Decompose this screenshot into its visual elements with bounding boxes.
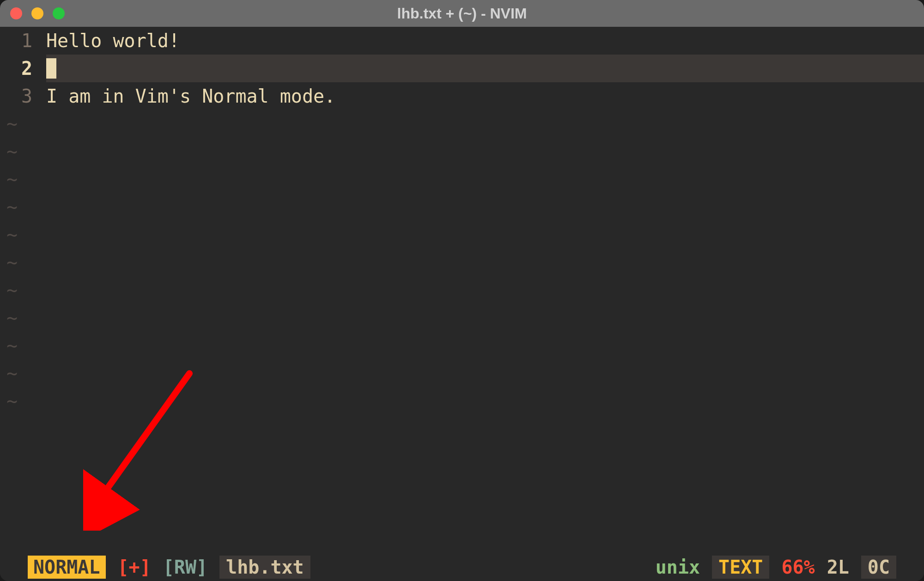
cursor-block [46, 58, 56, 79]
empty-line-tilde: ~ [0, 193, 46, 221]
empty-line-tilde: ~ [0, 165, 46, 193]
empty-line-tilde: ~ [0, 221, 46, 249]
status-filename: lhb.txt [219, 556, 310, 579]
status-modified-flag: [+] [118, 557, 151, 578]
empty-line-tilde: ~ [0, 387, 46, 415]
gutter: 1 2 3 ~ ~ ~ ~ ~ ~ ~ ~ ~ ~ ~ [0, 27, 46, 553]
status-mode: NORMAL [28, 556, 106, 579]
text-line[interactable]: Hello world! [46, 27, 924, 55]
line-number: 1 [0, 27, 46, 55]
empty-line-tilde: ~ [0, 360, 46, 387]
text-line[interactable]: I am in Vim's Normal mode. [46, 82, 924, 110]
status-line-number: 2L [827, 557, 849, 578]
status-readwrite-flag: [RW] [163, 557, 207, 578]
empty-line-tilde: ~ [0, 332, 46, 360]
status-filetype: TEXT [712, 556, 769, 579]
statusbar: NORMAL [+] [RW] lhb.txt unix TEXT 66% 2L… [0, 553, 924, 581]
text-area[interactable]: Hello world! I am in Vim's Normal mode. [46, 27, 924, 553]
status-percent: 66% [781, 557, 815, 578]
traffic-lights [10, 7, 65, 19]
empty-line-tilde: ~ [0, 110, 46, 138]
status-column-number: 0C [861, 556, 896, 579]
empty-line-tilde: ~ [0, 138, 46, 165]
line-number: 3 [0, 82, 46, 110]
window-title: lhb.txt + (~) - NVIM [397, 5, 527, 22]
empty-line-tilde: ~ [0, 276, 46, 304]
empty-line-tilde: ~ [0, 304, 46, 332]
editor[interactable]: 1 2 3 ~ ~ ~ ~ ~ ~ ~ ~ ~ ~ ~ Hello world!… [0, 27, 924, 581]
maximize-window-button[interactable] [53, 7, 65, 19]
line-number-current: 2 [0, 55, 46, 82]
status-fileformat: unix [656, 557, 700, 578]
text-line-current[interactable] [46, 55, 924, 82]
close-window-button[interactable] [10, 7, 22, 19]
editor-content[interactable]: 1 2 3 ~ ~ ~ ~ ~ ~ ~ ~ ~ ~ ~ Hello world!… [0, 27, 924, 553]
minimize-window-button[interactable] [31, 7, 43, 19]
titlebar: lhb.txt + (~) - NVIM [0, 0, 924, 27]
app-window: lhb.txt + (~) - NVIM 1 2 3 ~ ~ ~ ~ ~ ~ ~… [0, 0, 924, 581]
empty-line-tilde: ~ [0, 249, 46, 276]
